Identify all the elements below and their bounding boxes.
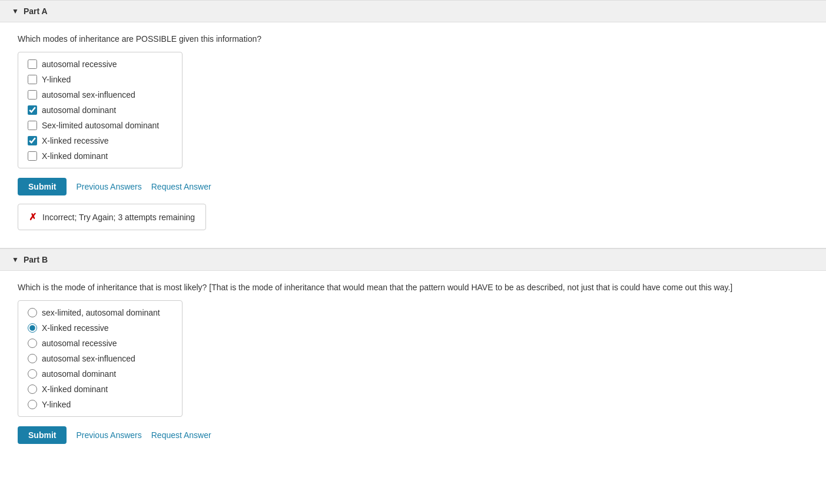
part-a-feedback-text: Incorrect; Try Again; 3 attempts remaini… <box>42 213 195 222</box>
part-a-option-item: X-linked recessive <box>28 136 173 145</box>
part-b-actions: Submit Previous Answers Request Answer <box>18 426 808 444</box>
part-a-actions: Submit Previous Answers Request Answer <box>18 178 808 195</box>
part-b-option-item: sex-limited, autosomal dominant <box>28 308 173 317</box>
part-b-option-7-label[interactable]: Y-linked <box>42 400 71 409</box>
part-b-option-item: Y-linked <box>28 400 173 409</box>
part-a-submit-button[interactable]: Submit <box>18 178 67 195</box>
part-b-option-item: autosomal recessive <box>28 339 173 348</box>
part-a-header: ▼ Part A <box>0 0 826 22</box>
part-a-question: Which modes of inheritance are POSSIBLE … <box>18 34 808 44</box>
part-a-option-2-label[interactable]: Y-linked <box>42 75 71 84</box>
part-b-collapse-arrow[interactable]: ▼ <box>12 256 19 264</box>
part-a-request-answer-link[interactable]: Request Answer <box>151 182 211 191</box>
part-a-option-3-label[interactable]: autosomal sex-influenced <box>42 90 135 100</box>
part-b-option-5-input[interactable] <box>28 369 37 379</box>
part-b-option-4-label[interactable]: autosomal sex-influenced <box>42 354 135 363</box>
part-a-option-4-input[interactable] <box>28 105 37 115</box>
part-a-option-7-input[interactable] <box>28 151 37 161</box>
part-b-option-3-label[interactable]: autosomal recessive <box>42 339 117 348</box>
part-a-label: Part A <box>24 6 48 16</box>
part-a-option-item: Y-linked <box>28 75 173 84</box>
part-a-option-item: autosomal sex-influenced <box>28 90 173 100</box>
part-a-option-6-label[interactable]: X-linked recessive <box>42 136 109 145</box>
part-b-option-item: X-linked dominant <box>28 384 173 394</box>
part-a-collapse-arrow[interactable]: ▼ <box>12 7 19 15</box>
part-b-content: Which is the mode of inheritance that is… <box>0 271 826 470</box>
part-a-feedback-box: ✗ Incorrect; Try Again; 3 attempts remai… <box>18 204 206 230</box>
part-a-option-item: autosomal dominant <box>28 105 173 115</box>
part-a-content: Which modes of inheritance are POSSIBLE … <box>0 22 826 248</box>
part-b-option-4-input[interactable] <box>28 354 37 363</box>
part-b-header: ▼ Part B <box>0 248 826 271</box>
part-a-option-5-label[interactable]: Sex-limited autosomal dominant <box>42 121 159 130</box>
part-a-option-5-input[interactable] <box>28 121 37 130</box>
part-a-option-item: Sex-limited autosomal dominant <box>28 121 173 130</box>
part-a-option-3-input[interactable] <box>28 90 37 100</box>
part-b-option-7-input[interactable] <box>28 400 37 409</box>
part-b-previous-answers-link[interactable]: Previous Answers <box>76 430 141 440</box>
part-b-options-box: sex-limited, autosomal dominantX-linked … <box>18 300 183 417</box>
part-a-option-1-label[interactable]: autosomal recessive <box>42 59 117 69</box>
part-a-previous-answers-link[interactable]: Previous Answers <box>76 182 141 191</box>
part-b-option-2-input[interactable] <box>28 323 37 333</box>
part-b-option-2-label[interactable]: X-linked recessive <box>42 323 109 333</box>
part-b-option-5-label[interactable]: autosomal dominant <box>42 369 116 379</box>
part-b-section: ▼ Part B Which is the mode of inheritanc… <box>0 248 826 470</box>
part-a-section: ▼ Part A Which modes of inheritance are … <box>0 0 826 248</box>
part-a-option-7-label[interactable]: X-linked dominant <box>42 151 108 161</box>
part-a-option-1-input[interactable] <box>28 59 37 69</box>
part-a-incorrect-icon: ✗ <box>29 211 37 223</box>
part-b-question: Which is the mode of inheritance that is… <box>18 283 808 292</box>
part-b-label: Part B <box>24 255 48 264</box>
part-b-option-item: X-linked recessive <box>28 323 173 333</box>
part-b-option-1-label[interactable]: sex-limited, autosomal dominant <box>42 308 160 317</box>
part-b-option-6-input[interactable] <box>28 384 37 394</box>
part-a-option-6-input[interactable] <box>28 136 37 145</box>
part-a-options-box: autosomal recessiveY-linkedautosomal sex… <box>18 52 183 168</box>
part-a-option-4-label[interactable]: autosomal dominant <box>42 105 116 115</box>
part-b-submit-button[interactable]: Submit <box>18 426 67 444</box>
part-a-option-item: X-linked dominant <box>28 151 173 161</box>
part-b-option-6-label[interactable]: X-linked dominant <box>42 384 108 394</box>
part-b-option-item: autosomal sex-influenced <box>28 354 173 363</box>
part-a-option-item: autosomal recessive <box>28 59 173 69</box>
part-b-option-3-input[interactable] <box>28 339 37 348</box>
part-b-option-item: autosomal dominant <box>28 369 173 379</box>
part-b-request-answer-link[interactable]: Request Answer <box>151 430 211 440</box>
part-b-option-1-input[interactable] <box>28 308 37 317</box>
part-a-option-2-input[interactable] <box>28 75 37 84</box>
